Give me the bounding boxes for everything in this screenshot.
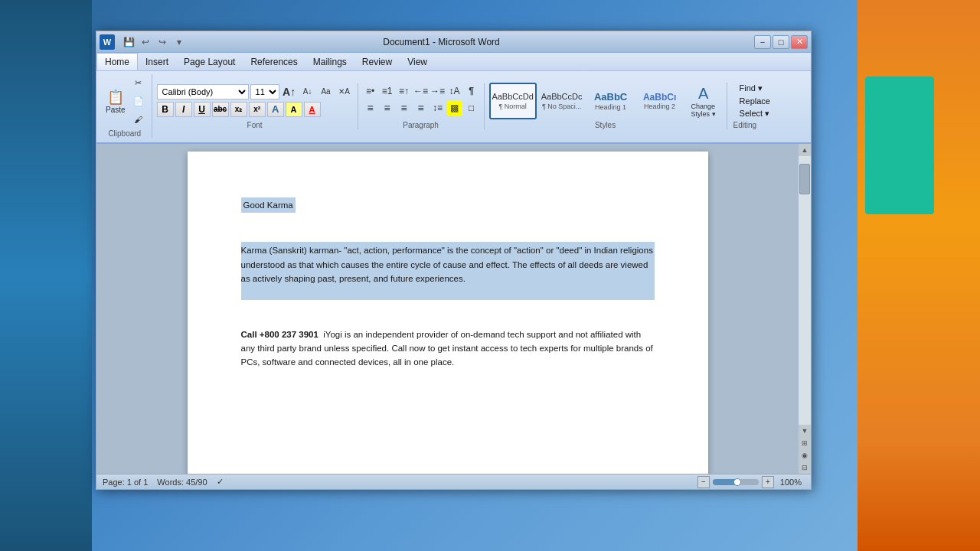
zoom-minus-button[interactable]: − <box>697 476 710 488</box>
menu-page-layout[interactable]: Page Layout <box>176 53 243 70</box>
paragraph-2: Call +800 237 3901 iYogi is an independe… <box>241 328 655 370</box>
superscript-button[interactable]: x² <box>249 102 266 117</box>
shading-button[interactable]: ▩ <box>447 100 462 116</box>
maximize-button[interactable]: □ <box>773 35 789 49</box>
zoom-controls-top[interactable]: ⊞ <box>799 437 811 449</box>
save-icon[interactable]: 💾 <box>121 34 136 50</box>
undo-icon[interactable]: ↩ <box>138 34 153 50</box>
find-button[interactable]: Find ▾ <box>737 83 773 94</box>
styles-group: AaBbCcDd ¶ Normal AaBbCcDc ¶ No Spaci...… <box>486 83 727 129</box>
scroll-thumb[interactable] <box>799 164 810 194</box>
quick-access-dropdown[interactable]: ▾ <box>172 34 187 50</box>
zoom-fill <box>713 479 736 485</box>
menu-mailings[interactable]: Mailings <box>305 53 354 70</box>
selected-paragraph-block: Karma (Sanskrit) karman- "act, action, p… <box>241 242 655 299</box>
font-color-button[interactable]: A <box>304 102 321 117</box>
bg-left <box>0 0 92 551</box>
para-row2: ≡ ≡ ≡ ≡ ↕≡ ▩ □ <box>363 100 479 116</box>
highlight-button[interactable]: A <box>286 102 302 117</box>
multilevel-button[interactable]: ≡↑ <box>397 83 412 99</box>
decrease-indent-button[interactable]: ←≡ <box>413 83 429 99</box>
zoom-handle[interactable] <box>733 478 741 486</box>
line-spacing-button[interactable]: ↕≡ <box>430 100 446 116</box>
scroll-down-button[interactable]: ▼ <box>799 425 811 437</box>
change-case-button[interactable]: Aa <box>318 83 335 100</box>
paragraph-1: Karma (Sanskrit) karman- "act, action, p… <box>241 243 655 285</box>
show-marks-button[interactable]: ¶ <box>464 83 479 99</box>
underline-button[interactable]: U <box>194 102 211 117</box>
align-left-button[interactable]: ≡ <box>363 100 378 116</box>
word-count: Words: 45/90 <box>157 478 207 487</box>
style-nospace-preview: AaBbCcDc <box>541 92 583 102</box>
increase-indent-button[interactable]: →≡ <box>430 83 446 99</box>
shrink-font-button[interactable]: A↓ <box>299 83 316 100</box>
styles-content: AaBbCcDd ¶ Normal AaBbCcDc ¶ No Spaci...… <box>489 83 722 119</box>
font-size-select[interactable]: 11 <box>250 84 279 99</box>
document-page[interactable]: Good Karma Karma (Sanskrit) karman- "act… <box>188 152 708 474</box>
clear-format-button[interactable]: ✕A <box>336 83 353 100</box>
scroll-up-button[interactable]: ▲ <box>799 144 811 156</box>
paste-button[interactable]: 📋 Paste <box>103 83 129 119</box>
window-controls: − □ ✕ <box>754 35 808 49</box>
close-button[interactable]: ✕ <box>791 35 808 49</box>
document-heading: Good Karma <box>241 197 296 213</box>
text-effects-button[interactable]: A <box>267 102 284 117</box>
menu-view[interactable]: View <box>400 53 435 70</box>
editing-group: Find ▾ Replace Select ▾ Editing <box>729 83 781 129</box>
italic-button[interactable]: I <box>175 102 192 117</box>
editing-content: Find ▾ Replace Select ▾ <box>733 83 776 119</box>
scrollbar: ▲ ▼ ⊞ ◉ ⊟ <box>799 144 811 474</box>
style-normal[interactable]: AaBbCcDd ¶ Normal <box>489 83 537 119</box>
redo-icon[interactable]: ↪ <box>155 34 170 50</box>
clipboard-label: Clipboard <box>108 129 141 138</box>
ribbon-row: 📋 Paste ✂ 📄 🖌 Clipboard Calibr <box>100 74 808 138</box>
align-right-button[interactable]: ≡ <box>397 100 412 116</box>
replace-button[interactable]: Replace <box>737 96 773 106</box>
zoom-controls-bot[interactable]: ⊟ <box>799 461 811 474</box>
paragraph-content: ≡• ≡1 ≡↑ ←≡ →≡ ↕A ¶ ≡ ≡ ≡ ≡ ↕≡ ▩ <box>363 83 479 116</box>
grow-font-button[interactable]: A↑ <box>281 83 298 100</box>
style-normal-label: ¶ Normal <box>498 103 526 110</box>
select-button[interactable]: Select ▾ <box>737 108 773 119</box>
window-title: Document1 - Microsoft Word <box>190 37 693 47</box>
font-name-select[interactable]: Calibri (Body) <box>157 84 249 99</box>
clipboard-group: 📋 Paste ✂ 📄 🖌 Clipboard <box>100 74 152 138</box>
style-heading2[interactable]: AaBbCı Heading 2 <box>636 83 684 119</box>
subscript-button[interactable]: x₂ <box>230 102 247 117</box>
numbering-button[interactable]: ≡1 <box>380 83 395 99</box>
style-no-spacing[interactable]: AaBbCcDc ¶ No Spaci... <box>538 83 586 119</box>
style-heading1[interactable]: AaBbC Heading 1 <box>587 83 635 119</box>
font-row2: B I U abc x₂ x² A A A <box>157 102 353 117</box>
change-styles-label: ChangeStyles ▾ <box>691 103 716 118</box>
menu-home[interactable]: Home <box>96 53 138 70</box>
center-button[interactable]: ≡ <box>380 100 395 116</box>
document-scroll[interactable]: Good Karma Karma (Sanskrit) karman- "act… <box>96 144 799 474</box>
bold-button[interactable]: B <box>157 102 174 117</box>
menu-references[interactable]: References <box>243 53 305 70</box>
zoom-plus-button[interactable]: + <box>762 476 774 488</box>
zoom-slider[interactable] <box>713 479 759 485</box>
scroll-track[interactable] <box>799 156 811 425</box>
empty-line <box>241 309 655 328</box>
menu-insert[interactable]: Insert <box>138 53 176 70</box>
paragraph-group: ≡• ≡1 ≡↑ ←≡ →≡ ↕A ¶ ≡ ≡ ≡ ≡ ↕≡ ▩ <box>360 83 485 129</box>
zoom-level: 100% <box>780 478 802 487</box>
format-painter-button[interactable]: 🖌 <box>130 111 147 128</box>
justify-button[interactable]: ≡ <box>413 100 429 116</box>
spell-check-icon[interactable]: ✓ <box>217 477 224 487</box>
sort-button[interactable]: ↕A <box>447 83 462 99</box>
status-right: − + 100% <box>697 476 805 488</box>
border-button[interactable]: □ <box>464 100 479 116</box>
change-styles-button[interactable]: A ChangeStyles ▾ <box>685 83 722 119</box>
style-h1-label: Heading 1 <box>595 103 626 111</box>
zoom-controls-mid[interactable]: ◉ <box>799 449 811 461</box>
para-row1: ≡• ≡1 ≡↑ ←≡ →≡ ↕A ¶ <box>363 83 479 99</box>
menu-review[interactable]: Review <box>354 53 400 70</box>
cut-button[interactable]: ✂ <box>130 74 147 91</box>
bullets-button[interactable]: ≡• <box>363 83 378 99</box>
document-area: Good Karma Karma (Sanskrit) karman- "act… <box>96 144 811 474</box>
strikethrough-button[interactable]: abc <box>212 102 229 117</box>
minimize-button[interactable]: − <box>754 35 771 49</box>
style-nospace-label: ¶ No Spaci... <box>542 103 581 110</box>
copy-button[interactable]: 📄 <box>130 93 147 109</box>
